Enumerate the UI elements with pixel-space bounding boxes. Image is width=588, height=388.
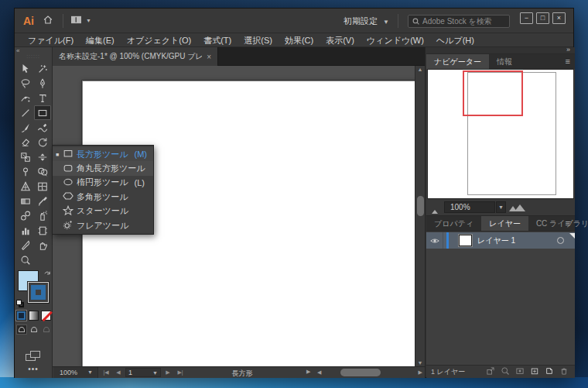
- close-button[interactable]: ×: [552, 12, 566, 24]
- artboard-tool[interactable]: [34, 223, 51, 238]
- chevron-down-icon[interactable]: ▼: [496, 201, 506, 213]
- maximize-button[interactable]: □: [536, 12, 549, 24]
- zoom-level-dropdown[interactable]: 100% ▼: [53, 367, 98, 378]
- panel-tab-1[interactable]: プロパティ: [426, 216, 481, 231]
- menu-item[interactable]: 編集(E): [80, 33, 121, 47]
- collect-export-icon[interactable]: [486, 366, 495, 377]
- visibility-eye-icon[interactable]: [426, 232, 443, 249]
- horizontal-scrollbar[interactable]: ◀ ▶: [316, 367, 425, 378]
- mesh-tool[interactable]: [34, 179, 51, 194]
- scroll-down-icon[interactable]: ▼: [415, 360, 425, 366]
- symbol-sprayer-tool[interactable]: [34, 208, 51, 223]
- color-button[interactable]: [16, 311, 26, 321]
- stroke-color-swatch[interactable]: [28, 282, 49, 303]
- zoom-tool[interactable]: [17, 252, 34, 267]
- vertical-scroll-thumb[interactable]: [417, 196, 424, 216]
- minimize-button[interactable]: −: [520, 12, 533, 24]
- home-icon[interactable]: [43, 15, 53, 26]
- line-segment-tool[interactable]: [17, 105, 34, 120]
- navigator-preview[interactable]: [427, 69, 574, 199]
- direct-selection-tool[interactable]: [34, 61, 51, 76]
- navigator-view-box[interactable]: [463, 70, 523, 116]
- layer-thumbnail[interactable]: [459, 235, 472, 246]
- vertical-scrollbar[interactable]: ▲ ▼: [415, 66, 425, 366]
- rotate-tool[interactable]: [34, 135, 51, 149]
- menu-item[interactable]: 選択(S): [238, 33, 279, 47]
- type-tool[interactable]: [34, 91, 51, 105]
- none-button[interactable]: [41, 311, 51, 321]
- layer-name[interactable]: レイヤー 1: [477, 235, 557, 246]
- navigator-tab-2[interactable]: 情報: [489, 54, 520, 69]
- hand-tool[interactable]: [34, 238, 51, 252]
- gradient-button[interactable]: [29, 311, 39, 321]
- first-artboard-button[interactable]: |◀: [101, 369, 111, 376]
- flyout-item-star[interactable]: スターツール: [53, 204, 153, 218]
- layer-target-icon[interactable]: [557, 237, 564, 244]
- close-tab-icon[interactable]: ×: [207, 53, 211, 61]
- menu-item[interactable]: 表示(V): [320, 33, 361, 47]
- blend-tool[interactable]: [17, 208, 34, 223]
- zoom-in-mountains-icon[interactable]: [509, 204, 523, 213]
- draw-normal-icon[interactable]: [16, 324, 27, 335]
- chevron-down-icon[interactable]: ▼: [86, 18, 91, 23]
- scroll-up-icon[interactable]: ▲: [415, 67, 425, 72]
- scale-tool[interactable]: [17, 149, 34, 164]
- eyedropper-tool[interactable]: [34, 194, 51, 208]
- draw-behind-icon[interactable]: [29, 324, 39, 335]
- horizontal-scroll-thumb[interactable]: [340, 369, 381, 376]
- menu-item[interactable]: 効果(C): [279, 33, 320, 47]
- arrange-documents-icon[interactable]: [70, 15, 82, 26]
- panel-tab-3[interactable]: CC ライブラリ: [528, 216, 588, 231]
- workspace-switcher[interactable]: 初期設定▼: [344, 15, 389, 27]
- flyout-item-flare[interactable]: フレアツール: [53, 218, 153, 232]
- make-clipping-mask-icon[interactable]: [515, 366, 525, 377]
- graph-tool[interactable]: [17, 223, 34, 238]
- puppet-warp-tool[interactable]: [17, 164, 34, 179]
- draw-inside-icon[interactable]: [41, 324, 52, 335]
- perspective-grid-tool[interactable]: [17, 179, 34, 194]
- selection-tool[interactable]: [17, 61, 34, 76]
- menu-item[interactable]: ヘルプ(H): [430, 33, 480, 47]
- panel-grip[interactable]: ::::::: [15, 53, 52, 59]
- scroll-right-icon[interactable]: ▶: [419, 369, 422, 376]
- swap-fill-stroke-icon[interactable]: [43, 269, 51, 278]
- previous-artboard-button[interactable]: ◀: [113, 369, 124, 376]
- shaper-tool[interactable]: [34, 120, 51, 135]
- zoom-out-mountains-icon[interactable]: [432, 206, 438, 215]
- locate-object-icon[interactable]: [501, 366, 510, 377]
- flyout-item-ellipse[interactable]: 楕円形ツール(L): [53, 176, 153, 190]
- flyout-item-rectangle[interactable]: ■長方形ツール(M): [53, 147, 153, 161]
- panel-menu-icon[interactable]: ≡: [566, 57, 570, 66]
- edit-toolbar-ellipsis[interactable]: •••: [15, 365, 52, 373]
- menu-item[interactable]: オブジェクト(O): [121, 33, 197, 47]
- new-sublayer-icon[interactable]: [530, 366, 539, 377]
- navigator-tab-1[interactable]: ナビゲーター: [426, 54, 489, 69]
- menu-item[interactable]: 書式(T): [197, 33, 238, 47]
- curvature-tool[interactable]: [17, 91, 34, 105]
- panel-menu-icon[interactable]: ≡: [566, 218, 570, 228]
- lasso-tool[interactable]: [17, 76, 34, 91]
- navigator-zoom-input[interactable]: 100%: [444, 201, 495, 213]
- shape-builder-tool[interactable]: [34, 164, 51, 179]
- screen-mode-icon[interactable]: [26, 351, 41, 362]
- default-fill-stroke-icon[interactable]: [16, 300, 25, 308]
- new-layer-icon[interactable]: [545, 366, 554, 377]
- scroll-left-icon[interactable]: ◀: [317, 369, 321, 376]
- artboard-number-dropdown[interactable]: 1 ▼: [125, 368, 161, 377]
- menu-item[interactable]: ウィンドウ(W): [361, 33, 430, 47]
- gradient-tool[interactable]: [17, 194, 34, 208]
- flyout-item-polygon[interactable]: 多角形ツール: [53, 190, 153, 204]
- paintbrush-tool[interactable]: [17, 120, 34, 135]
- eraser-tool[interactable]: [17, 135, 34, 149]
- menu-item[interactable]: ファイル(F): [22, 33, 80, 47]
- next-artboard-button[interactable]: ▶: [162, 369, 173, 376]
- rectangle-tool[interactable]: [34, 105, 51, 120]
- panel-tab-2[interactable]: レイヤー: [481, 216, 528, 231]
- document-tab[interactable]: 名称未設定-1* @ 100% (CMYK/GPU プレビュー) ×: [53, 47, 218, 66]
- adobe-stock-search-input[interactable]: Adobe Stock を検索: [408, 15, 510, 28]
- collapse-panels-icon[interactable]: »: [566, 46, 570, 53]
- pen-tool[interactable]: [34, 76, 51, 91]
- width-tool[interactable]: [34, 149, 51, 164]
- flyout-item-rounded-rect[interactable]: 角丸長方形ツール: [53, 161, 153, 175]
- slice-tool[interactable]: [17, 238, 34, 252]
